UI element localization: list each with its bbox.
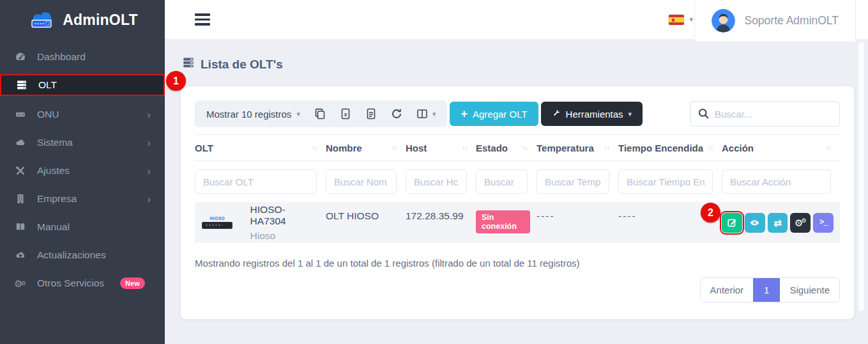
sort-icon[interactable]: ↑↓ (522, 145, 530, 152)
chevron-right-icon: › (147, 166, 151, 176)
sidebar-item-ajustes[interactable]: Ajustes › (0, 160, 165, 182)
column-header-host[interactable]: Host↑↓ (406, 135, 476, 161)
sort-icon[interactable]: ↑↓ (708, 145, 715, 152)
language-selector[interactable]: ▾ (669, 15, 693, 25)
chevron-right-icon: › (147, 194, 151, 205)
olt-temperatura: ---- (537, 210, 555, 221)
olt-edit-button[interactable] (722, 213, 742, 233)
sort-icon[interactable]: ↑↓ (604, 145, 612, 152)
tools-dropdown-button[interactable]: Herramientas ▾ (541, 102, 643, 126)
sidebar-item-label: Otros Servicios (37, 278, 104, 289)
column-header-olt[interactable]: OLT↑↓ (195, 135, 326, 161)
content: Lista de OLT's Mostrar 10 registros ▾ x (165, 40, 868, 344)
olt-view-button[interactable] (745, 213, 765, 233)
caret-down-icon: ▾ (432, 110, 436, 118)
cloud-upload-icon (14, 249, 26, 262)
olt-settings-button[interactable]: ⚙⚙ (790, 213, 811, 233)
refresh-icon[interactable] (391, 108, 402, 120)
new-badge: New (120, 278, 145, 289)
server-icon (182, 56, 195, 72)
filter-estado-input[interactable] (476, 169, 528, 194)
olt-sync-button[interactable]: ⇄ (768, 213, 788, 233)
sidebar-item-actualizaciones[interactable]: Actualizaciones (0, 244, 165, 266)
table-header-row: OLT↑↓ Nombre↑↓ Host↑↓ Estado↑↓ Temperatu… (195, 135, 840, 161)
show-entries-dropdown[interactable]: Mostrar 10 registros ▾ (206, 109, 300, 120)
sidebar-item-dashboard[interactable]: Dashboard (0, 46, 165, 68)
annotation-step-1: 1 (166, 71, 186, 91)
column-header-accion[interactable]: Acción↑↓ (722, 135, 840, 161)
sort-icon[interactable]: ↑↓ (462, 145, 469, 152)
olt-host: 172.28.35.99 (406, 210, 464, 221)
table-row: HIOSO HIOSO-HA7304 Hioso OLT HIOSO (195, 202, 840, 243)
terminal-icon: >_ (819, 218, 827, 227)
arrows-swap-icon: ⇄ (773, 218, 782, 228)
sidebar-item-onu[interactable]: ONU › (0, 104, 165, 125)
export-file-icon[interactable] (365, 108, 377, 120)
export-excel-icon[interactable]: x (340, 108, 351, 120)
row-actions: ⇄ ⚙⚙ >_ (722, 213, 834, 233)
sidebar-item-label: Ajustes (37, 165, 70, 176)
sidebar-item-label: ONU (37, 109, 59, 120)
column-header-nombre[interactable]: Nombre↑↓ (326, 135, 406, 161)
filter-tiempo-input[interactable] (618, 169, 713, 194)
filter-olt-input[interactable] (195, 169, 317, 194)
filter-host-input[interactable] (406, 169, 467, 194)
filter-temperatura-input[interactable] (537, 169, 609, 194)
table-tools-group: Mostrar 10 registros ▾ x (195, 100, 447, 127)
sidebar-item-empresa[interactable]: Empresa › (0, 188, 165, 210)
filter-accion-input[interactable] (722, 169, 831, 194)
column-header-estado[interactable]: Estado↑↓ (476, 135, 537, 161)
avatar (712, 9, 735, 33)
pagination-next-button[interactable]: Siguiente (780, 278, 839, 302)
sidebar-nav: Dashboard OLT ONU › Sistema › (0, 40, 165, 294)
sidebar-item-otros-servicios[interactable]: ⚙⚙ Otros Servicios New (0, 272, 165, 294)
sidebar-item-manual[interactable]: Manual (0, 216, 165, 238)
user-menu[interactable]: Soporte AdminOLT (694, 0, 856, 42)
page-title: Lista de OLT's (182, 56, 854, 72)
pagination: Anterior 1 Siguiente (700, 278, 840, 302)
sidebar-item-label: Dashboard (37, 51, 86, 63)
gears-icon: ⚙⚙ (14, 278, 26, 290)
olt-tiempo-encendida: ---- (618, 210, 637, 221)
gears-icon: ⚙⚙ (795, 218, 807, 228)
caret-down-icon: ▾ (689, 15, 693, 24)
pagination-previous-button[interactable]: Anterior (701, 278, 754, 302)
cloud-icon (14, 137, 26, 149)
column-visibility-dropdown[interactable]: ▾ (416, 108, 436, 120)
spain-flag-icon (669, 15, 684, 25)
search-icon (697, 107, 710, 122)
user-name: Soporte AdminOLT (744, 14, 839, 27)
olt-list-card: Mostrar 10 registros ▾ x (181, 86, 854, 319)
sort-icon[interactable]: ↑↓ (312, 145, 319, 152)
caret-down-icon: ▾ (628, 110, 632, 118)
brand-name: AdminOLT (63, 12, 137, 29)
brand-logo[interactable]: AdminOLT (0, 0, 165, 40)
copy-icon[interactable] (314, 108, 326, 120)
app-window: AdminOLT Dashboard OLT ONU › (0, 0, 868, 344)
pagination-page-1-button[interactable]: 1 (753, 278, 780, 302)
sidebar-item-olt[interactable]: OLT (0, 74, 165, 96)
table-filter-row (195, 161, 840, 203)
filter-nombre-input[interactable] (326, 169, 397, 194)
sidebar-item-label: Sistema (37, 137, 73, 148)
column-header-temperatura[interactable]: Temperatura↑↓ (537, 135, 618, 161)
sort-icon[interactable]: ↑↓ (826, 145, 834, 152)
sidebar-item-sistema[interactable]: Sistema › (0, 132, 165, 153)
table-search (690, 101, 840, 127)
main-area: ▾ Soporte AdminOLT Lista de OLT's (165, 0, 868, 344)
table-footer: Mostrando registros del 1 al 1 de un tot… (195, 258, 840, 302)
add-olt-button[interactable]: + Agregar OLT (450, 102, 538, 126)
onu-device-icon (14, 109, 26, 121)
column-header-tiempo-encendida[interactable]: Tiempo Encendida↑↓ (618, 135, 722, 161)
olt-terminal-button[interactable]: >_ (813, 213, 834, 233)
olt-model: HIOSO-HA7304 (250, 204, 319, 227)
menu-toggle-button[interactable] (195, 11, 210, 28)
olt-nombre: OLT HIOSO (326, 210, 379, 221)
chevron-right-icon: › (147, 109, 151, 120)
search-input[interactable] (690, 101, 840, 127)
olt-vendor: Hioso (250, 230, 319, 242)
building-icon (14, 193, 26, 205)
wrench-icon (552, 109, 561, 120)
scrollbar[interactable] (858, 42, 864, 311)
sort-icon[interactable]: ↑↓ (392, 145, 399, 152)
